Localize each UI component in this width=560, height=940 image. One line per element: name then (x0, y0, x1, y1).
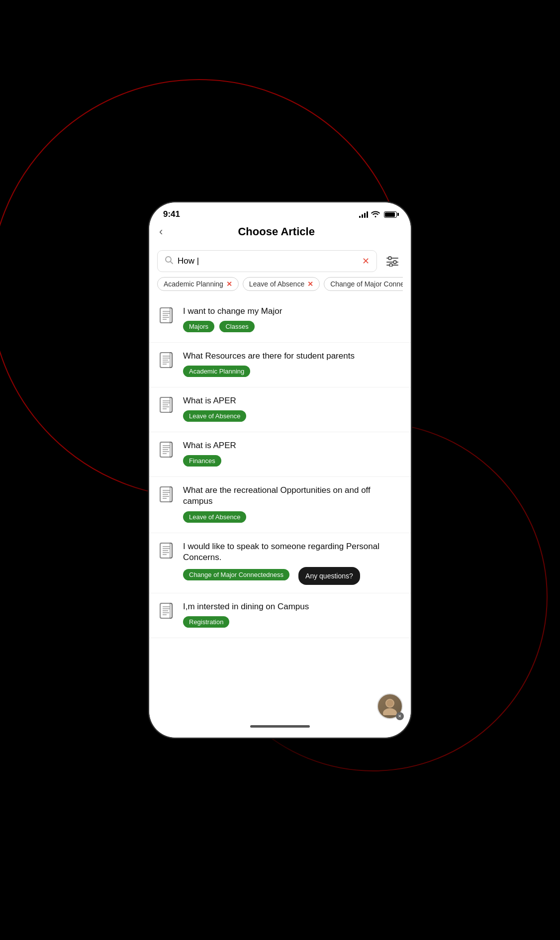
svg-line-3 (171, 262, 173, 264)
scroll-indicator (250, 725, 310, 728)
chip-change-of-major[interactable]: Change of Major Conne (324, 277, 403, 291)
article-icon (158, 602, 176, 620)
article-item[interactable]: What Resources are there for student par… (149, 343, 411, 387)
clear-button[interactable]: ✕ (362, 256, 370, 267)
article-body: What are the recreational Opportunities … (183, 485, 402, 524)
bottom-bar: ✕ (149, 689, 411, 738)
svg-point-7 (393, 261, 396, 264)
svg-point-60 (383, 708, 397, 715)
article-body: What is APER Finances (183, 440, 402, 469)
svg-point-9 (389, 264, 392, 267)
article-tags: Leave of Absence (183, 410, 402, 424)
article-tags: Change of Major Connectedness Any questi… (183, 567, 402, 585)
avatar-close-button[interactable]: ✕ (396, 712, 404, 720)
chat-bubble: Any questions? (298, 567, 360, 585)
header: ‹ Choose Article (149, 221, 411, 244)
article-icon (158, 486, 176, 504)
chip-remove-leave[interactable]: ✕ (307, 280, 313, 288)
article-tags: Majors Classes (183, 321, 402, 334)
search-input[interactable]: How | (178, 256, 358, 266)
chip-leave-of-absence[interactable]: Leave of Absence ✕ (243, 277, 320, 291)
article-icon (158, 352, 176, 370)
battery-icon (384, 211, 397, 218)
status-bar: 9:41 (149, 202, 411, 221)
article-tags: Academic Planning (183, 366, 402, 379)
search-icon (165, 256, 174, 267)
article-icon (158, 307, 176, 325)
svg-point-61 (386, 700, 393, 707)
article-body: I want to change my Major Majors Classes (183, 306, 402, 334)
article-item[interactable]: I,m intersted in dining on Campus Regist… (149, 593, 411, 638)
svg-point-5 (388, 257, 391, 260)
wifi-icon (371, 210, 380, 219)
article-tags: Leave of Absence (183, 511, 402, 525)
search-box[interactable]: How | ✕ (157, 250, 377, 272)
search-section: How | ✕ (149, 244, 411, 298)
page-title: Choose Article (168, 225, 385, 238)
filter-chips: Academic Planning ✕ Leave of Absence ✕ C… (157, 277, 403, 292)
content-area: How | ✕ (149, 244, 411, 689)
article-item[interactable]: What is APER Leave of Absence (149, 387, 411, 432)
chip-remove-academic[interactable]: ✕ (226, 280, 232, 288)
article-list: I want to change my Major Majors Classes (149, 298, 411, 689)
article-icon (158, 396, 176, 414)
chip-academic-planning[interactable]: Academic Planning ✕ (157, 277, 239, 291)
filter-button[interactable] (382, 251, 403, 272)
article-item[interactable]: What is APER Finances (149, 432, 411, 477)
article-icon (158, 441, 176, 459)
phone-shell: 9:41 (148, 201, 412, 739)
article-item[interactable]: I want to change my Major Majors Classes (149, 298, 411, 343)
signal-icon (359, 211, 368, 218)
article-body: What Resources are there for student par… (183, 351, 402, 379)
status-time: 9:41 (163, 209, 180, 219)
article-body: I would like to speak to someone regardi… (183, 541, 402, 585)
article-item[interactable]: I would like to speak to someone regardi… (149, 533, 411, 593)
article-item[interactable]: What are the recreational Opportunities … (149, 477, 411, 533)
article-icon (158, 542, 176, 560)
article-body: What is APER Leave of Absence (183, 395, 402, 424)
article-tags: Registration (183, 616, 402, 630)
back-button[interactable]: ‹ (159, 225, 163, 238)
status-icons (359, 210, 397, 219)
article-body: I,m intersted in dining on Campus Regist… (183, 601, 402, 630)
article-tags: Finances (183, 455, 402, 469)
